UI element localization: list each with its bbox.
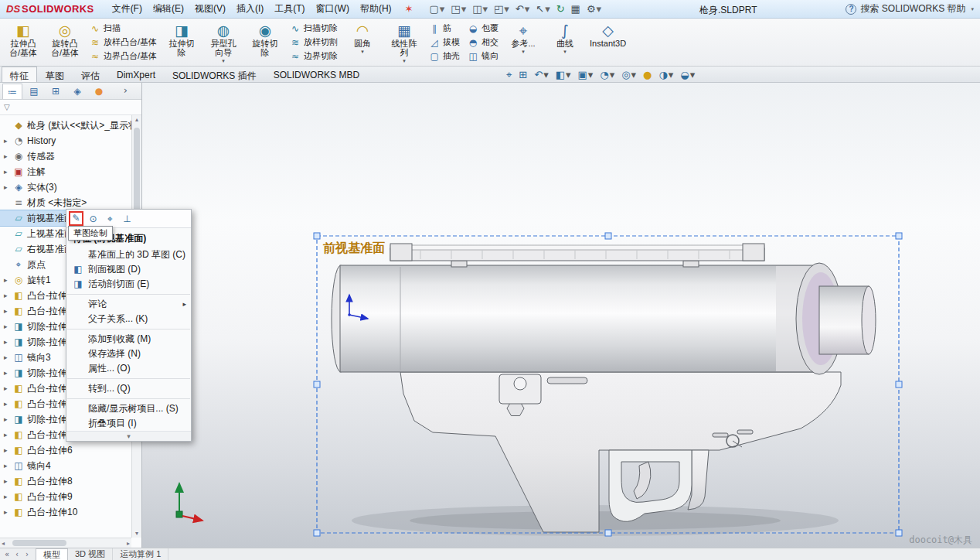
section-view-button[interactable]: ◧ ▾ [556, 69, 571, 80]
tree-item-material[interactable]: ≡ 材质 <未指定> [0, 195, 131, 210]
fillet-button[interactable]: ◠ 圆角 ▾ [342, 20, 383, 64]
tree-item-boss-extrude9[interactable]: ▸ ◧ 凸台-拉伸9 [0, 489, 131, 504]
open-file-button[interactable]: ◳ ▾ [448, 2, 468, 15]
expand-arrow-icon[interactable]: ▸ [4, 168, 12, 176]
scroll-right-icon[interactable]: ▸ [127, 540, 130, 547]
tab-evaluate[interactable]: 评估 [73, 67, 108, 82]
tree-item-annotations[interactable]: ▸ ▣ 注解 [0, 164, 131, 179]
shell-button[interactable]: ▢ 抽壳 [429, 50, 460, 63]
menu-expand-chevron[interactable]: ▾ [66, 431, 191, 441]
zoom-to-selection-icon[interactable]: ⌖ [103, 211, 117, 226]
rebuild-button[interactable]: ↻ [554, 2, 567, 15]
menu-item-save-selection[interactable]: 保存选择 (N) [66, 347, 191, 361]
wrap-button[interactable]: ◒ 包覆 [468, 22, 499, 35]
lofted-boss-button[interactable]: ≋ 放样凸台/基体 [90, 36, 157, 49]
expand-arrow-icon[interactable]: ▸ [4, 446, 12, 454]
scrollbar-thumb[interactable] [12, 540, 66, 546]
expand-arrow-icon[interactable]: ▸ [4, 183, 12, 191]
menu-item-parent-child[interactable]: 父子关系... (K) [66, 312, 191, 326]
instant3d-button[interactable]: ◇ Instant3D [587, 20, 629, 64]
expand-arrow-icon[interactable]: ▸ [4, 508, 12, 516]
save-button[interactable]: ◫ ▾ [470, 2, 490, 15]
tree-item-solid-bodies[interactable]: ▸ ◈ 实体(3) [0, 179, 131, 195]
graphics-viewport[interactable]: 前视基准面 doocoit@木具 [142, 83, 980, 548]
sketch-icon[interactable]: ✎ [69, 211, 83, 226]
menu-item-comment[interactable]: 评论 ▸ [66, 297, 191, 312]
model-tabs-next-button[interactable]: › [22, 550, 32, 558]
dimxpertmanager-tab[interactable]: ◈ [67, 84, 87, 99]
tab-model[interactable]: 模型 [36, 548, 68, 560]
displaymanager-tab[interactable]: ● [89, 84, 109, 99]
tree-horizontal-scrollbar[interactable]: ◂ ▸ [0, 538, 131, 548]
menu-window[interactable]: 窗口(W) [311, 0, 355, 18]
menu-item-go-to[interactable]: 转到... (Q) [66, 381, 191, 396]
viewport-canvas[interactable]: 前视基准面 [142, 83, 980, 548]
tree-item-boss-extrude8[interactable]: ▸ ◧ 凸台-拉伸8 [0, 473, 131, 489]
expand-arrow-icon[interactable]: ▸ [4, 462, 12, 470]
solidworks-resources-icon[interactable]: ✶ [405, 3, 413, 15]
menu-tools[interactable]: 工具(T) [269, 0, 310, 18]
menu-item-section-view[interactable]: ◧ 剖面视图 (D) [66, 262, 191, 277]
revolved-cut-button[interactable]: ◉ 旋转切 除 [245, 20, 285, 64]
menu-item-add-to-favorites[interactable]: 添加到收藏 (M) [66, 332, 191, 347]
hide-show-items-button[interactable]: ◎ ▾ [621, 69, 636, 80]
tab-solidworks-mbd[interactable]: SOLIDWORKS MBD [265, 67, 368, 82]
expand-arrow-icon[interactable]: ▸ [4, 477, 12, 485]
tab-features[interactable]: 特征 [2, 67, 37, 82]
tab-motion-study-1[interactable]: 运动算例 1 [113, 548, 168, 560]
tab-solidworks-addins[interactable]: SOLIDWORKS 插件 [164, 67, 265, 82]
draft-button[interactable]: ◿ 拔模 [429, 36, 460, 49]
menu-file[interactable]: 文件(F) [107, 0, 148, 18]
revolved-boss-button[interactable]: ◎ 旋转凸 台/基体 [45, 20, 85, 64]
menu-item-collapse-items[interactable]: 折叠项目 (I) [66, 416, 191, 431]
expand-arrow-icon[interactable]: ▸ [4, 152, 12, 160]
tab-3d-views[interactable]: 3D 视图 [68, 548, 113, 560]
eye-icon[interactable]: ⊙ [86, 211, 100, 226]
extruded-boss-button[interactable]: ◧ 拉伸凸 台/基体 [3, 20, 43, 64]
normal-to-icon[interactable]: ⊥ [120, 211, 134, 226]
hole-wizard-button[interactable]: ◍ 异型孔 向导 ▾ [203, 20, 243, 64]
scroll-left-icon[interactable]: ◂ [2, 540, 5, 547]
panel-expand-chevron[interactable]: › [121, 84, 131, 96]
linear-pattern-button[interactable]: ▦ 线性阵 列 ▾ [384, 20, 424, 64]
help-icon[interactable]: ? [846, 4, 856, 15]
tree-item-mirror4[interactable]: ▸ ◫ 镜向4 [0, 458, 131, 473]
tree-item-boss-extrude6[interactable]: ▸ ◧ 凸台-拉伸6 [0, 442, 131, 458]
curves-button[interactable]: ∫ 曲线 ▾ [545, 20, 585, 64]
expand-arrow-icon[interactable]: ▸ [4, 307, 12, 315]
swept-cut-button[interactable]: ∿ 扫描切除 [290, 22, 338, 35]
menu-edit[interactable]: 编辑(E) [148, 0, 189, 18]
expand-arrow-icon[interactable]: ▸ [4, 338, 12, 346]
tree-item-history[interactable]: ▸ ◔ History [0, 133, 131, 149]
previous-view-button[interactable]: ↶ ▾ [534, 69, 548, 80]
mirror-button[interactable]: ◫ 镜向 [468, 50, 499, 63]
expand-arrow-icon[interactable]: ▸ [4, 493, 12, 500]
model-tabs-prev-button[interactable]: ‹ [12, 550, 22, 558]
extruded-cut-button[interactable]: ◨ 拉伸切 除 [162, 20, 202, 64]
menu-view[interactable]: 视图(V) [189, 0, 231, 18]
gun-model[interactable] [332, 244, 876, 532]
view-orientation-button[interactable]: ▣ ▾ [578, 69, 594, 80]
expand-arrow-icon[interactable]: ▸ [4, 276, 12, 284]
boundary-cut-button[interactable]: ≈ 边界切除 [290, 50, 338, 63]
new-file-button[interactable]: ▢ ▾ [427, 2, 447, 15]
options-button[interactable]: ⚙ ▾ [584, 2, 604, 15]
view-settings-button[interactable]: ◒ ▾ [680, 69, 695, 80]
expand-arrow-icon[interactable]: ▸ [4, 323, 12, 330]
scroll-up-icon[interactable]: ▴ [132, 116, 141, 123]
expand-arrow-icon[interactable]: ▸ [4, 292, 12, 299]
expand-arrow-icon[interactable]: ▸ [4, 415, 12, 423]
lofted-cut-button[interactable]: ≋ 放样切割 [290, 36, 338, 49]
boundary-boss-button[interactable]: ≈ 边界凸台/基体 [90, 50, 157, 63]
tree-item-sensors[interactable]: ▸ ◉ 传感器 [0, 149, 131, 164]
zoom-fit-button[interactable]: ⌖ [506, 69, 512, 81]
undo-button[interactable]: ↶ ▾ [513, 2, 532, 15]
chevron-down-icon[interactable]: ▾ [971, 6, 974, 12]
menu-item-properties[interactable]: 属性... (O) [66, 361, 191, 376]
menu-help[interactable]: 帮助(H) [355, 0, 397, 18]
propertymanager-tab[interactable]: ▤ [24, 84, 44, 99]
expand-arrow-icon[interactable]: ▸ [4, 353, 12, 361]
tab-sketch[interactable]: 草图 [37, 67, 73, 82]
configurationmanager-tab[interactable]: ⊞ [46, 84, 66, 99]
select-button[interactable]: ↖ ▾ [533, 2, 552, 15]
